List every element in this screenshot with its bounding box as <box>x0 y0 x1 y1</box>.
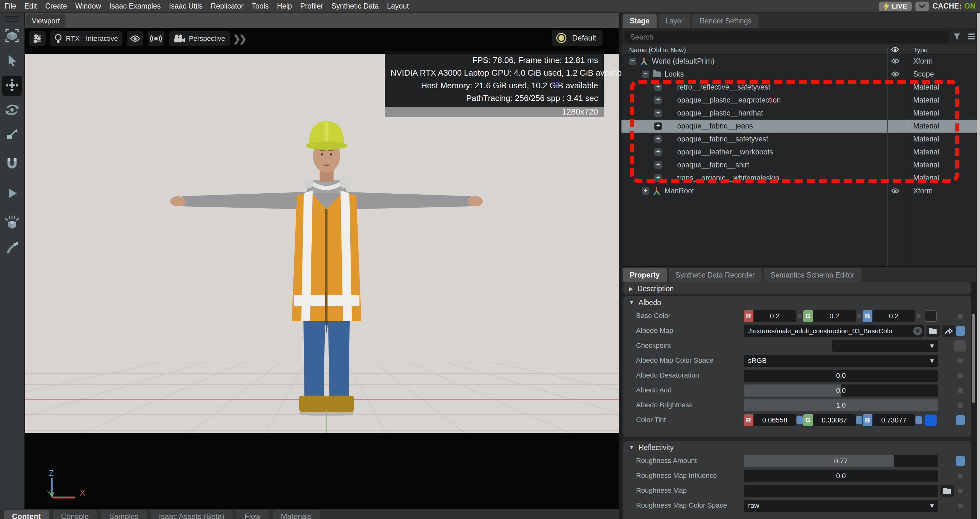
prim-name[interactable]: opaque__fabric__jeans <box>677 122 753 131</box>
texture-path-field[interactable]: ./textures/male_adult_construction_03_Ba… <box>744 325 924 337</box>
channel-r-value[interactable]: 0.2 <box>753 310 796 322</box>
column-type[interactable]: Type <box>913 46 928 54</box>
expand-button[interactable]: + <box>654 97 662 104</box>
column-name[interactable]: Name (Old to New) <box>629 46 686 54</box>
tree-row-opaque-fabric-safetyvest[interactable]: +opaque__fabric__safetyvestMaterial <box>622 132 977 146</box>
stage-tree-header[interactable]: Name (Old to New) Type <box>622 45 977 55</box>
color-swatch[interactable] <box>924 415 937 426</box>
collapse-button[interactable]: − <box>642 70 649 78</box>
expand-button[interactable]: + <box>654 135 662 143</box>
dropdown-albedo-map-color-space[interactable]: sRGB▼ <box>744 355 938 367</box>
options-menu-icon[interactable] <box>967 32 976 41</box>
window-scrollbar-gutter[interactable] <box>977 13 980 519</box>
channel-r-value[interactable]: 0.06558 <box>753 414 796 426</box>
attribute-state-indicator[interactable] <box>958 474 963 479</box>
tree-row-world-defaultprim[interactable]: −World (defaultPrim)Xform <box>622 55 977 68</box>
attribute-state-indicator[interactable] <box>958 388 963 393</box>
menu-synthetic-data[interactable]: Synthetic Data <box>331 2 379 10</box>
menu-create[interactable]: Create <box>45 2 67 10</box>
slider-albedo-brightness[interactable]: 1.0 <box>744 400 938 411</box>
menu-help[interactable]: Help <box>277 2 292 10</box>
toolbar-expand-chevrons[interactable]: ❯❯ <box>233 33 245 44</box>
visibility-button[interactable] <box>127 31 143 46</box>
attribute-state-indicator[interactable] <box>958 314 963 319</box>
prim-name[interactable]: opaque__fabric__shirt <box>677 161 749 169</box>
rotate-tool-button[interactable] <box>2 100 22 121</box>
menu-edit[interactable]: Edit <box>24 2 37 10</box>
bottom-tab-console[interactable]: Console <box>53 510 97 519</box>
menu-file[interactable]: File <box>5 2 16 10</box>
attribute-state-indicator[interactable] <box>958 403 963 408</box>
selection-mode-tool-button[interactable] <box>2 26 22 46</box>
browse-file-button[interactable] <box>940 485 954 497</box>
prim-name[interactable]: ManRoot <box>665 187 694 195</box>
visibility-eye-icon[interactable] <box>891 71 899 78</box>
attribute-state-indicator[interactable] <box>955 340 966 352</box>
select-tool-button[interactable] <box>2 51 22 71</box>
expand-button[interactable]: + <box>654 123 662 130</box>
prim-name[interactable]: Looks <box>665 70 684 78</box>
expand-button[interactable]: + <box>654 84 662 91</box>
channel-b-value[interactable]: 0.2 <box>872 310 915 322</box>
prim-name[interactable]: trans__organic__whitemaleskin <box>677 174 779 182</box>
tree-row-trans-organic-whitemaleskin[interactable]: +trans__organic__whitemaleskinMaterial <box>622 172 977 185</box>
slider-albedo-desaturation[interactable]: 0.0 <box>744 369 938 382</box>
browse-file-button[interactable] <box>926 325 940 337</box>
tab-render-settings[interactable]: Render Settings <box>692 14 759 28</box>
property-scrollbar[interactable] <box>972 282 975 519</box>
bottom-tab-samples[interactable]: Samples <box>101 510 147 519</box>
bottom-tab-isaac-assets-beta[interactable]: Isaac Assets (Beta) <box>151 510 232 519</box>
menu-isaac-examples[interactable]: Isaac Examples <box>110 2 161 10</box>
collapse-button[interactable]: − <box>629 57 636 65</box>
paint-tool-button[interactable] <box>2 238 22 258</box>
tree-row-manroot[interactable]: +ManRootXform <box>622 185 977 197</box>
clear-icon[interactable]: ✕ <box>913 326 922 336</box>
color-swatch[interactable] <box>924 310 937 322</box>
viewport[interactable]: RTX - Interactive Perspective ❯❯ <box>25 28 619 509</box>
menu-isaac-utils[interactable]: Isaac Utils <box>169 2 202 10</box>
bottom-tab-content[interactable]: Content <box>4 510 49 519</box>
snap-tool-button[interactable] <box>2 154 22 175</box>
attribute-state-indicator[interactable] <box>956 415 965 425</box>
attribute-state-indicator[interactable] <box>958 358 963 363</box>
prim-name[interactable]: opaque__plastic__hardhat <box>677 109 763 118</box>
toolbar-grip-handle[interactable] <box>5 16 19 22</box>
attribute-state-indicator[interactable] <box>956 456 965 466</box>
channel-b-value[interactable]: 0.73077 <box>872 414 915 426</box>
expand-button[interactable]: + <box>654 110 662 117</box>
scale-tool-button[interactable] <box>2 125 22 145</box>
move-tool-button[interactable] <box>2 76 22 96</box>
scrollbar-thumb[interactable] <box>972 314 975 403</box>
menu-layout[interactable]: Layout <box>387 2 409 10</box>
filter-icon[interactable] <box>953 32 961 41</box>
slider-roughness-map-influence[interactable]: 0.0 <box>744 470 938 482</box>
prim-name[interactable]: opaque__plastic__earprotection <box>677 96 781 104</box>
expand-button[interactable]: + <box>654 161 662 169</box>
menu-tools[interactable]: Tools <box>252 2 269 10</box>
tab-layer[interactable]: Layer <box>659 14 691 28</box>
collapse-arrow-icon[interactable]: ▶ <box>629 286 633 292</box>
lighting-preset-button[interactable]: Default <box>552 30 603 46</box>
tab-viewport[interactable]: Viewport <box>26 14 65 28</box>
camera-button[interactable]: Perspective <box>169 31 230 46</box>
tree-row-opaque-plastic-hardhat[interactable]: +opaque__plastic__hardhatMaterial <box>622 107 977 119</box>
tree-row-opaque-fabric-shirt[interactable]: +opaque__fabric__shirtMaterial <box>622 159 977 172</box>
tree-row-opaque-fabric-jeans[interactable]: +opaque__fabric__jeansMaterial <box>622 119 977 132</box>
attribute-state-indicator[interactable] <box>958 489 963 494</box>
dropdown-roughness-map-color-space[interactable]: raw▼ <box>744 500 938 512</box>
prim-name[interactable]: World (defaultPrim) <box>652 57 714 65</box>
slider-roughness-amount[interactable]: 0.77 <box>744 455 938 467</box>
menu-profiler[interactable]: Profiler <box>300 2 323 10</box>
tab-semantics-schema-editor[interactable]: Semantics Schema Editor <box>764 268 861 282</box>
prim-name[interactable]: opaque__leather__workboots <box>677 148 773 156</box>
attribute-state-indicator[interactable] <box>956 326 965 336</box>
play-tool-button[interactable] <box>2 184 22 204</box>
render-settings-button[interactable] <box>29 31 46 46</box>
waypoint-button[interactable] <box>148 31 164 46</box>
attribute-state-indicator[interactable] <box>958 503 963 508</box>
section-albedo-header[interactable]: ▼Albedo <box>624 296 971 309</box>
search-input[interactable]: Search <box>625 31 949 43</box>
slider-albedo-add[interactable]: 0.0 <box>744 385 938 396</box>
live-dropdown-button[interactable] <box>915 2 929 11</box>
tree-row-opaque-plastic-earprotection[interactable]: +opaque__plastic__earprotectionMaterial <box>622 94 977 107</box>
